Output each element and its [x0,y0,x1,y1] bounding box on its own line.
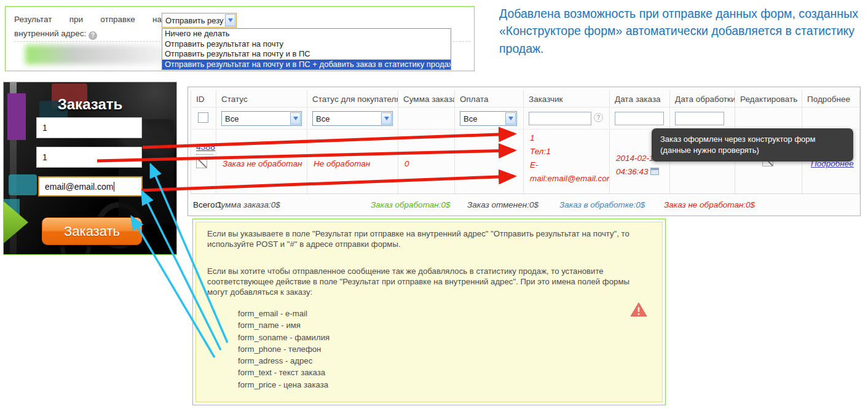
order-customer: 1 Тел:1 E- mail:email@email.com [524,130,610,193]
order-date-filter-input[interactable] [615,112,664,125]
order-widget-title: Заказать [4,96,176,113]
dropdown-arrow-icon[interactable] [290,112,301,125]
status-filter-select[interactable]: Все [221,111,302,126]
col-order-date: Дата заказа [610,90,670,107]
col-edit: Редактировать [735,90,802,107]
note-paragraph-1: Если вы указываете в поле "Результат при… [207,228,646,249]
dropdown-arrow-icon[interactable] [381,112,392,125]
order-submit-button[interactable]: Заказать [42,217,142,245]
col-payment: Оплата [455,90,524,107]
list-item: form_email - e-mail [238,308,646,319]
table-filter-row: Все Все Все ? [191,107,860,130]
list-item: form_name - имя [238,319,646,331]
list-item: form_phone - телефон [238,343,646,355]
footer-not-processed: Заказ не обработан:0$ [664,200,755,209]
col-process-date: Дата обработки [670,90,735,107]
col-buyer-status: Статус для покупателя [307,90,398,107]
order-id-link[interactable]: 4388 [196,142,215,152]
shop-icon [650,168,659,175]
order-buyer-status: Не обработан [307,130,398,193]
table-header-row: ID Статус Статус для покупателя Сумма за… [191,90,860,107]
constructor-form-tooltip: Заказ оформлен через конструктор форм (д… [652,128,853,162]
result-action-select[interactable]: Отправить резу [162,13,237,28]
edit-icon[interactable] [196,157,207,168]
col-customer: Заказчик [524,90,610,107]
dropdown-arrow-icon[interactable] [225,14,235,26]
order-status: Заказ не обработан [216,130,307,193]
footer-sum: Сумма заказа:0$ [215,200,280,209]
result-action-option-list: Ничего не делать Отправить результьтат н… [162,28,451,70]
buyer-status-filter-select[interactable]: Все [312,111,393,126]
option-send-mail[interactable]: Отправить результьтат на почту [162,39,451,50]
select-all-checkbox[interactable] [198,112,208,123]
process-date-filter-input[interactable] [675,112,724,125]
result-setting-label-text: Результат при отправке на внутренний адр… [14,15,162,38]
col-id: ID [191,90,216,107]
footer-processed: Заказ обработан:0$ [371,200,450,209]
green-arrow-decoration [4,201,30,243]
order-payment [455,130,524,193]
note-content: Если вы указываете в поле "Результат при… [195,222,663,402]
col-status: Статус [216,90,307,107]
note-paragraph-2: Если вы хотите чтобы отправленное сообще… [207,266,646,297]
form-fields-list: form_email - e-mail form_name - имя form… [238,308,646,391]
table-footer-row: Всего:1 Сумма заказа:0$ Заказ обработан:… [191,193,860,215]
option-send-mail-ps-stats[interactable]: Отправить результьтат на почту и в ПС + … [162,60,451,70]
list-item: form_text - текст заказа [238,367,646,378]
order-phone-field[interactable]: 1 [36,147,142,168]
page: Результат при отправке на внутренний адр… [0,0,868,409]
footer-in-progress: Заказ в обработке:0$ [559,200,645,209]
order-sum: 0 [398,130,455,193]
warning-icon [630,302,647,320]
dropdown-arrow-icon[interactable] [505,112,516,125]
note-panel: Если вы указываете в поле "Результат при… [192,219,666,405]
help-icon[interactable]: ? [594,113,603,122]
result-setting-label: Результат при отправке на внутренний адр… [14,13,162,41]
dotted-separator [196,154,213,155]
order-email-field[interactable]: email@email.com [38,176,143,197]
text-caret [114,182,114,192]
col-sum: Сумма заказа [398,90,455,107]
footer-cancelled: Заказ отменен:0$ [467,200,539,209]
annotation-text: Добавлена возможность при отправке данны… [499,5,863,57]
list-item: form_soname - фамилия [238,332,646,343]
col-details: Подробнее [802,90,860,107]
help-icon[interactable]: ? [89,31,97,40]
list-item: form_price - цена заказа [238,379,646,391]
option-send-mail-ps[interactable]: Отправить результьтат на почту и в ПС [162,49,451,60]
option-do-nothing[interactable]: Ничего не делать [162,29,451,39]
customer-filter-input[interactable] [529,112,591,125]
widget-deco-teal-tile [9,174,37,195]
order-widget: Заказать 1 1 email@email.com Заказать [3,82,177,255]
result-action-select-value: Отправить резу [165,16,224,25]
order-quantity-field[interactable]: 1 [36,117,142,138]
payment-filter-select[interactable]: Все [460,111,517,126]
list-item: form_adress - адрес [238,355,646,367]
